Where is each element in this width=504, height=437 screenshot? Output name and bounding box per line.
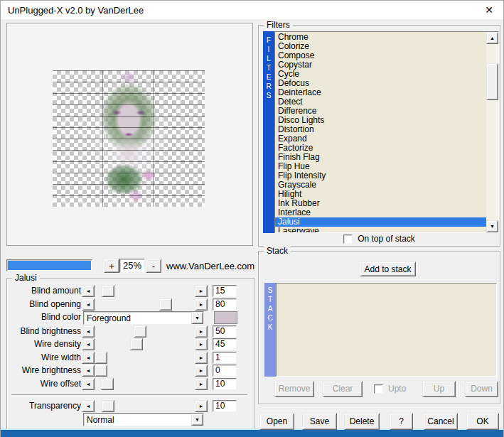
slider-thumb[interactable] <box>102 400 114 412</box>
settings-divider <box>11 394 247 397</box>
setting-label: Wire density <box>9 338 81 350</box>
slider-decrease-button[interactable]: ◄ <box>82 338 95 350</box>
side-label-letter: F <box>263 36 274 45</box>
setting-label: Blind opening <box>9 298 81 311</box>
zoom-in-button[interactable]: + <box>104 259 119 273</box>
up-button[interactable]: Up <box>422 381 456 397</box>
scrollbar-thumb[interactable] <box>486 63 498 100</box>
slider-decrease-button[interactable]: ◄ <box>82 298 95 311</box>
ok-button[interactable]: OK <box>466 413 499 430</box>
filters-list[interactable]: ChromeColorizeComposeCopystarCycleDefocu… <box>275 33 486 232</box>
slider-increase-button[interactable]: ► <box>195 338 208 350</box>
slider-track[interactable] <box>95 400 195 412</box>
setting-label: Blind brightness <box>9 325 81 338</box>
filters-listbox[interactable]: ChromeColorizeComposeCopystarCycleDefocu… <box>274 31 499 233</box>
unplugged-x-dialog: UnPlugged-X v2.0 by VanDerLee ✕ + 25% - … <box>0 0 504 437</box>
slider-increase-button[interactable]: ► <box>195 378 208 390</box>
filters-scrollbar[interactable]: ▲ ▼ <box>486 32 498 232</box>
filter-item[interactable]: Grayscale <box>275 180 486 190</box>
side-label-letter: S <box>264 286 276 295</box>
clear-button[interactable]: Clear <box>323 381 363 397</box>
slider-track[interactable] <box>95 338 195 350</box>
slider-track[interactable] <box>95 352 195 364</box>
blind-color-combobox[interactable]: Foreground▼ <box>83 311 204 325</box>
slider-thumb[interactable] <box>102 285 114 297</box>
stack-group-label: Stack <box>264 246 291 256</box>
slider-track[interactable] <box>95 325 195 338</box>
down-button[interactable]: Down <box>465 381 498 397</box>
slider-track[interactable] <box>95 378 195 390</box>
slider-increase-button[interactable]: ► <box>195 365 208 377</box>
blend-mode-combobox[interactable]: Normal▼ <box>83 413 204 426</box>
slider-decrease-button[interactable]: ◄ <box>82 352 95 364</box>
chevron-down-icon[interactable]: ▼ <box>191 414 203 426</box>
side-label-letter: S <box>263 91 274 100</box>
filter-item[interactable]: Copystar <box>275 60 486 70</box>
slider-decrease-button[interactable]: ◄ <box>82 400 95 412</box>
side-label-letter: R <box>263 82 274 91</box>
slider-increase-button[interactable]: ► <box>195 285 208 297</box>
remove-button[interactable]: Remove <box>274 381 314 397</box>
slider-decrease-button[interactable]: ◄ <box>82 325 95 338</box>
stack-listbox[interactable] <box>276 283 497 377</box>
save-button[interactable]: Save <box>302 413 337 430</box>
side-label-letter: K <box>264 323 276 332</box>
filter-item[interactable]: Deinterlace <box>275 88 486 97</box>
setting-value-field[interactable]: 10 <box>213 400 237 412</box>
help-button[interactable]: ? <box>390 413 413 430</box>
chevron-down-icon[interactable]: ▼ <box>191 312 203 324</box>
slider-thumb[interactable] <box>134 325 146 338</box>
slider-thumb[interactable] <box>130 338 143 350</box>
setting-value-field[interactable]: 15 <box>213 285 237 297</box>
slider-track[interactable] <box>95 365 195 377</box>
filter-item[interactable]: Interlace <box>275 208 486 217</box>
progress-bar-fill <box>8 261 91 270</box>
preview-panel[interactable] <box>6 23 253 246</box>
slider-track[interactable] <box>95 285 195 297</box>
blend-mode-value: Normal <box>87 415 114 425</box>
scroll-down-icon[interactable]: ▼ <box>486 220 498 232</box>
title-bar[interactable]: UnPlugged-X v2.0 by VanDerLee ✕ <box>1 1 503 19</box>
preview-image <box>53 70 205 207</box>
slider-thumb[interactable] <box>159 298 172 311</box>
on-top-of-stack-label: On top of stack <box>358 234 415 244</box>
setting-label: Blind amount <box>9 285 81 297</box>
upto-row: Upto <box>374 384 406 394</box>
upto-checkbox[interactable] <box>374 384 383 394</box>
delete-button[interactable]: Delete <box>344 413 380 430</box>
zoom-out-button[interactable]: - <box>146 259 161 273</box>
blind-color-value: Foreground <box>87 313 131 323</box>
website-link[interactable]: www.VanDerLee.com <box>166 261 254 271</box>
progress-bar <box>6 259 92 271</box>
slider-thumb[interactable] <box>101 378 114 390</box>
setting-value-field[interactable]: 0 <box>213 365 237 377</box>
slider-decrease-button[interactable]: ◄ <box>82 378 95 390</box>
slider-decrease-button[interactable]: ◄ <box>82 365 95 377</box>
add-to-stack-button[interactable]: Add to stack <box>360 261 416 276</box>
slider-increase-button[interactable]: ► <box>195 352 208 364</box>
on-top-of-stack-checkbox[interactable] <box>343 234 353 244</box>
setting-value-field[interactable]: 10 <box>213 378 237 390</box>
slider-increase-button[interactable]: ► <box>195 325 208 338</box>
close-icon[interactable]: ✕ <box>481 3 498 17</box>
stack-group: Stack Add to stack STACK RemoveClearUpDo… <box>258 251 500 404</box>
slider-decrease-button[interactable]: ◄ <box>82 285 95 297</box>
slider-increase-button[interactable]: ► <box>195 298 208 311</box>
filter-item[interactable]: Laserwave <box>275 227 486 232</box>
setting-value-field[interactable]: 80 <box>213 298 237 311</box>
setting-value-field[interactable]: 45 <box>213 338 237 350</box>
scroll-up-icon[interactable]: ▲ <box>486 32 498 44</box>
cancel-button[interactable]: Cancel <box>424 413 458 430</box>
side-label-letter: C <box>264 313 276 323</box>
zoom-level-display: 25% <box>119 259 145 273</box>
slider-increase-button[interactable]: ► <box>195 400 208 412</box>
setting-value-field[interactable]: 1 <box>213 352 237 364</box>
blind-color-swatch <box>214 311 237 324</box>
setting-value-field[interactable]: 50 <box>213 325 237 338</box>
slider-thumb[interactable] <box>95 365 107 377</box>
slider-track[interactable] <box>95 298 195 311</box>
setting-label: Wire brightness <box>9 365 81 377</box>
open-button[interactable]: Open <box>259 413 294 430</box>
settings-group-label: Jalusi <box>12 273 40 283</box>
slider-thumb[interactable] <box>95 352 107 364</box>
